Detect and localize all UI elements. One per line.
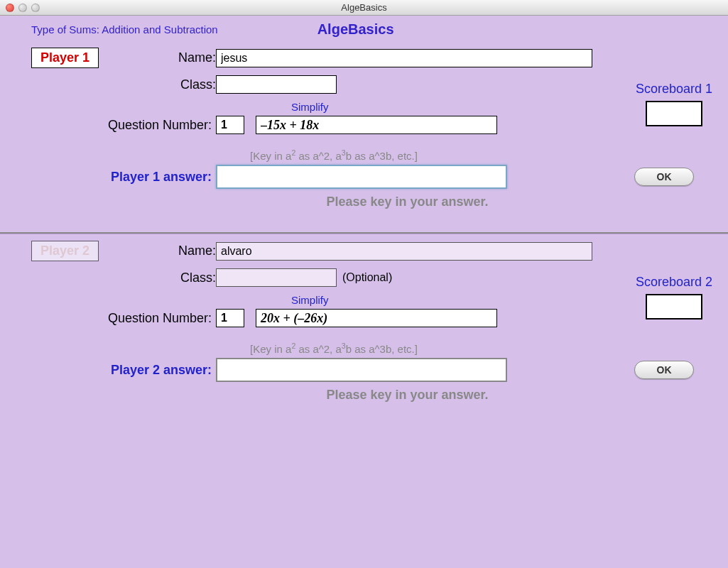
player2-question-number[interactable] xyxy=(216,309,244,327)
class-label: Class: xyxy=(124,271,216,285)
question-number-label: Question Number: xyxy=(31,311,216,326)
player1-answer-input[interactable] xyxy=(216,165,507,189)
player2-name-input[interactable] xyxy=(216,242,592,261)
player2-class-input[interactable] xyxy=(216,268,337,287)
name-label: Name: xyxy=(124,50,216,65)
window-title: AlgeBasics xyxy=(0,2,728,13)
player1-class-input[interactable] xyxy=(216,75,337,94)
input-hint: [Key in a2 as a^2, a3b as a^3b, etc.] xyxy=(250,148,712,162)
player2-answer-input[interactable] xyxy=(216,358,507,382)
player2-section: Player 2 Name: Class: (Optional) Simplif… xyxy=(0,234,728,425)
player1-prompt: Please key in your answer. xyxy=(102,195,712,209)
app-content: Type of Sums: Addition and Subtraction A… xyxy=(0,16,728,425)
player1-ok-button[interactable]: OK xyxy=(634,168,694,186)
scoreboard1-label: Scoreboard 1 xyxy=(636,82,712,97)
optional-label: (Optional) xyxy=(342,271,392,284)
scoreboard2-box xyxy=(646,294,702,320)
question-number-label: Question Number: xyxy=(31,118,216,133)
input-hint: [Key in a2 as a^2, a3b as a^3b, etc.] xyxy=(250,342,712,355)
class-label: Class: xyxy=(124,77,216,92)
player1-section: Player 1 Name: Class: Simplify Question … xyxy=(0,40,728,232)
player2-scoreboard: Scoreboard 2 xyxy=(636,275,712,320)
header-row: Type of Sums: Addition and Subtraction A… xyxy=(0,16,728,40)
player2-prompt: Please key in your answer. xyxy=(102,388,712,403)
player1-question-number[interactable] xyxy=(216,116,244,134)
scoreboard1-box xyxy=(646,101,702,126)
player1-badge: Player 1 xyxy=(31,48,99,68)
window-titlebar: AlgeBasics xyxy=(0,0,728,16)
type-of-sums-label: Type of Sums: Addition and Subtraction xyxy=(31,23,218,36)
player1-name-input[interactable] xyxy=(216,49,592,67)
player2-question xyxy=(256,309,497,327)
player2-badge: Player 2 xyxy=(31,241,99,261)
player2-ok-button[interactable]: OK xyxy=(634,361,694,379)
app-title: AlgeBasics xyxy=(317,21,394,38)
scoreboard2-label: Scoreboard 2 xyxy=(636,275,712,290)
player2-answer-label: Player 2 answer: xyxy=(31,363,216,378)
name-label: Name: xyxy=(124,244,216,258)
player1-question xyxy=(256,116,497,134)
player1-answer-label: Player 1 answer: xyxy=(31,170,216,185)
player1-scoreboard: Scoreboard 1 xyxy=(636,82,712,126)
